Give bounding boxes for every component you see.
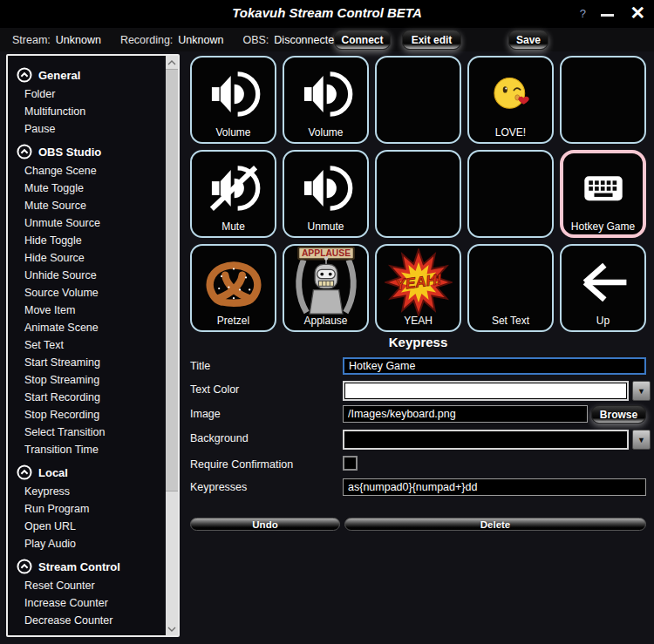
sidebar-item-hide-source[interactable]: Hide Source xyxy=(17,249,166,267)
tile-empty-4[interactable] xyxy=(467,150,554,238)
sidebar-item-hide-toggle[interactable]: Hide Toggle xyxy=(17,232,166,249)
scroll-down-arrow-icon[interactable] xyxy=(166,622,178,635)
keyboard-icon xyxy=(576,161,630,215)
sidebar-item-stop-recording[interactable]: Stop Recording xyxy=(17,406,166,424)
volume-icon xyxy=(297,65,355,123)
sidebar-item-multifunction[interactable]: Multifunction xyxy=(17,103,166,120)
chevron-down-icon[interactable]: ▼ xyxy=(632,381,651,401)
background-swatch xyxy=(345,432,626,447)
chevron-up-circle-icon xyxy=(17,67,32,83)
sidebar-section-general[interactable]: General xyxy=(17,67,166,83)
chevron-up-circle-icon xyxy=(17,144,32,159)
tile-love[interactable]: LOVE! xyxy=(467,56,554,144)
save-button[interactable]: Save xyxy=(508,30,548,50)
tile-empty-2[interactable] xyxy=(560,56,646,144)
sidebar-item-mute-source[interactable]: Mute Source xyxy=(17,197,166,214)
tile-label: Volume xyxy=(192,126,275,139)
sidebar-item-transition-time[interactable]: Transition Time xyxy=(17,441,166,458)
scrollbar-thumb[interactable] xyxy=(166,69,178,491)
sidebar-item-pause[interactable]: Pause xyxy=(17,120,166,138)
require-confirmation-checkbox[interactable] xyxy=(343,456,358,471)
sidebar-scrollbar[interactable] xyxy=(166,56,178,635)
obs-status-label: OBS: xyxy=(242,34,269,46)
sidebar-item-mute-toggle[interactable]: Mute Toggle xyxy=(17,180,166,197)
tile-set-text[interactable]: Set Text xyxy=(467,244,554,332)
tile-label: Applause xyxy=(284,315,367,327)
tile-mute[interactable]: Mute xyxy=(190,150,276,238)
sidebar-item-open-url[interactable]: Open URL xyxy=(17,518,166,535)
mute-icon xyxy=(205,159,262,217)
tile-pretzel[interactable]: Pretzel xyxy=(190,244,276,332)
status-texts: Stream: Unknown Recording: Unknown OBS: … xyxy=(12,28,359,51)
tile-label: Set Text xyxy=(469,315,552,327)
tile-volume-1[interactable]: Volume xyxy=(190,56,276,144)
obs-status-value: Disconnected xyxy=(274,34,340,46)
sidebar-item-source-volume[interactable]: Source Volume xyxy=(17,284,166,302)
sidebar-item-start-streaming[interactable]: Start Streaming xyxy=(17,354,166,371)
sidebar-item-set-text[interactable]: Set Text xyxy=(17,336,166,354)
tile-applause[interactable]: APPLAUSE Applause xyxy=(283,244,369,332)
background-dropdown[interactable]: ▼ xyxy=(343,430,651,450)
sidebar-item-run-program[interactable]: Run Program xyxy=(17,500,166,518)
scroll-up-arrow-icon[interactable] xyxy=(166,56,178,69)
undo-button[interactable]: Undo xyxy=(190,518,340,531)
sidebar-item-move-item[interactable]: Move Item xyxy=(17,302,166,319)
text-color-swatch xyxy=(345,383,626,398)
sidebar-item-reset-counter[interactable]: Reset Counter xyxy=(17,577,166,594)
statusbar: Stream: Unknown Recording: Unknown OBS: … xyxy=(0,28,654,51)
sidebar-item-unmute-source[interactable]: Unmute Source xyxy=(17,214,166,232)
tile-hotkey-game[interactable]: Hotkey Game xyxy=(560,150,646,238)
tile-up[interactable]: Up xyxy=(560,244,646,332)
tile-empty-3[interactable] xyxy=(375,150,461,238)
sidebar-section-local[interactable]: Local xyxy=(17,464,166,480)
sidebar-item-animate-scene[interactable]: Animate Scene xyxy=(17,319,166,336)
tile-empty-1[interactable] xyxy=(375,56,461,144)
background-field-label: Background xyxy=(190,432,249,444)
help-icon[interactable]: ? xyxy=(580,7,586,20)
tile-label: YEAH xyxy=(377,315,460,327)
sidebar-item-change-scene[interactable]: Change Scene xyxy=(17,162,166,180)
tile-label: LOVE! xyxy=(469,126,552,139)
tile-unmute[interactable]: Unmute xyxy=(283,150,369,238)
sidebar-item-unhide-source[interactable]: Unhide Source xyxy=(17,267,166,284)
image-field-label: Image xyxy=(190,408,221,420)
editor-heading: Keypress xyxy=(190,335,646,349)
recording-status-value: Unknown xyxy=(178,34,223,46)
sidebar-section-label: OBS Studio xyxy=(38,146,101,159)
minimize-icon[interactable] xyxy=(601,14,614,17)
close-icon[interactable]: ✕ xyxy=(630,3,645,24)
background-swatch-frame xyxy=(343,430,629,450)
stream-status-value: Unknown xyxy=(56,34,101,46)
text-color-dropdown[interactable]: ▼ xyxy=(343,381,651,401)
recording-status-label: Recording: xyxy=(120,34,173,46)
tile-yeah[interactable]: YEAH! YEAH xyxy=(375,244,461,332)
connect-button[interactable]: Connect xyxy=(334,30,391,50)
delete-button[interactable]: Delete xyxy=(344,518,646,531)
chevron-down-icon[interactable]: ▼ xyxy=(632,430,651,450)
sidebar-item-increase-counter[interactable]: Increase Counter xyxy=(17,594,166,612)
sidebar-item-folder[interactable]: Folder xyxy=(17,85,166,103)
sidebar-section-label: Stream Control xyxy=(38,560,120,573)
title-field-label: Title xyxy=(190,360,210,372)
sidebar-section-obs-studio[interactable]: OBS Studio xyxy=(17,144,166,159)
sidebar-item-keypress[interactable]: Keypress xyxy=(17,483,166,500)
keypresses-input[interactable] xyxy=(343,478,646,496)
yeah-starburst-icon: YEAH! xyxy=(385,248,453,316)
stream-status-label: Stream: xyxy=(12,34,51,46)
sidebar-section-stream-control[interactable]: Stream Control xyxy=(17,559,166,574)
tile-label: Mute xyxy=(192,220,275,233)
tile-volume-2[interactable]: Volume xyxy=(283,56,369,144)
sidebar-item-select-transition[interactable]: Select Transition xyxy=(17,424,166,441)
applause-robot-icon: APPLAUSE xyxy=(289,245,364,320)
sidebar-item-stop-streaming[interactable]: Stop Streaming xyxy=(17,371,166,389)
sidebar-section-label: Local xyxy=(38,466,68,479)
titlebar: Tokavuh Stream Control BETA ? ✕ xyxy=(0,0,654,28)
browse-button[interactable]: Browse xyxy=(591,405,646,424)
image-path-input[interactable] xyxy=(343,405,588,423)
sidebar-item-play-audio[interactable]: Play Audio xyxy=(17,535,166,552)
sidebar-item-decrease-counter[interactable]: Decrease Counter xyxy=(17,612,166,629)
title-input[interactable] xyxy=(343,357,646,375)
exit-edit-button[interactable]: Exit edit xyxy=(402,30,461,50)
volume-icon xyxy=(205,65,262,123)
sidebar-item-start-recording[interactable]: Start Recording xyxy=(17,389,166,406)
